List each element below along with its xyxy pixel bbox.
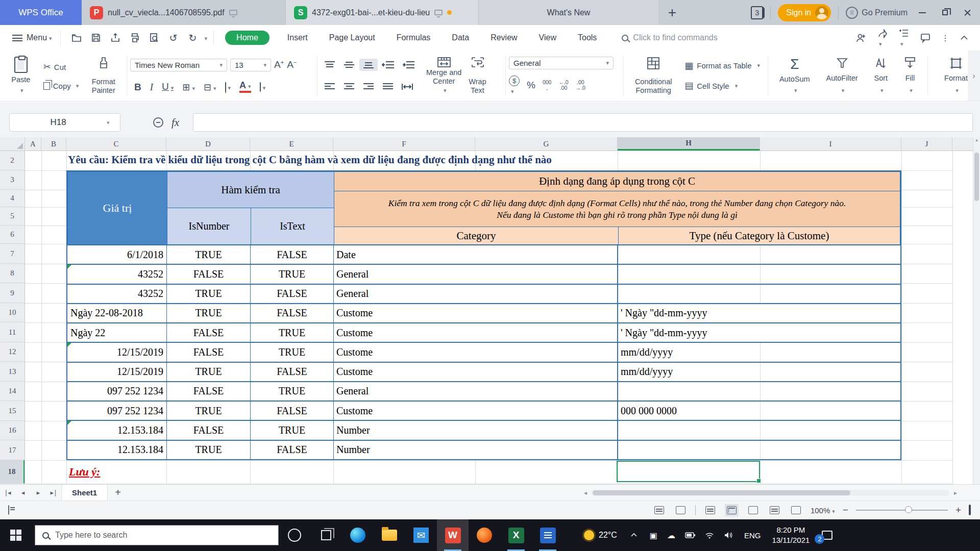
cell-value[interactable]: 12/15/2019 (67, 363, 167, 381)
sheet-tab-sheet1[interactable]: Sheet1 (61, 485, 108, 500)
align-center-icon[interactable] (340, 81, 358, 93)
quick-access-more-icon[interactable] (203, 33, 208, 42)
status-left-icon[interactable] (8, 506, 9, 515)
name-box[interactable]: H18 ▾ (9, 113, 120, 132)
cell-category[interactable]: Custome (334, 402, 618, 420)
find-commands-input[interactable] (633, 33, 748, 42)
cell-isnumber[interactable]: FALSE (167, 323, 251, 342)
reading-view-icon[interactable] (789, 504, 803, 516)
next-sheet-icon[interactable]: ▸ (31, 485, 46, 500)
cell-type[interactable]: mm/dd/yyyy (618, 343, 900, 361)
column-header-C[interactable]: C (66, 137, 166, 151)
tab-spreadsheet-document[interactable]: S 4372-exg01-bai-...et-kieu-du-lieu (286, 0, 479, 25)
align-left-icon[interactable] (321, 81, 339, 93)
cell-type[interactable]: 000 000 0000 (618, 402, 900, 420)
column-header-F[interactable]: F (333, 137, 475, 151)
cell-category[interactable]: Custome (334, 304, 618, 322)
close-button[interactable] (960, 5, 975, 20)
action-center-button[interactable]: 2 (813, 519, 841, 551)
decrease-font-icon[interactable]: A− (287, 59, 297, 70)
cell-type[interactable] (618, 441, 900, 459)
fill-color-icon[interactable] (225, 83, 231, 92)
cell-value[interactable]: 097 252 1234 (67, 402, 167, 420)
excel-app-button[interactable]: X (500, 519, 532, 551)
align-bottom-icon[interactable] (359, 59, 378, 71)
cell-value[interactable]: Ngày 22 (67, 323, 167, 342)
custom-view-icon[interactable] (768, 504, 781, 516)
collapse-formula-icon[interactable] (153, 117, 163, 128)
autosum-button[interactable]: Σ AutoSum (776, 54, 814, 98)
language-indicator[interactable]: ENG (744, 531, 761, 540)
tab-whats-new[interactable]: What's New (479, 0, 658, 25)
cell-category[interactable]: General (334, 382, 618, 400)
autofilter-button[interactable]: AutoFilter (823, 54, 862, 98)
cell-value[interactable]: Ngày 22-08-2018 (67, 304, 167, 322)
header-type[interactable]: Type (nếu Category là Custome) (618, 227, 900, 245)
cell-isnumber[interactable]: FALSE (167, 265, 251, 283)
underline-button[interactable]: U (162, 82, 174, 93)
increase-font-icon[interactable]: A+ (274, 59, 284, 70)
tab-review[interactable]: Review (491, 33, 517, 42)
font-name-select[interactable]: Times New Roman (130, 59, 227, 71)
conditional-formatting-button[interactable]: ConditionalFormatting (631, 54, 676, 98)
cell-value[interactable]: 12.153.184 (67, 441, 167, 459)
comment-icon[interactable] (920, 32, 931, 43)
row-header-16[interactable]: 16 (0, 421, 24, 440)
column-header-A[interactable]: A (25, 137, 41, 151)
cell-category[interactable]: General (334, 265, 618, 283)
row-header-9[interactable]: 9 (0, 283, 24, 303)
fill-button[interactable]: Fill (900, 54, 920, 98)
vertical-scrollbar[interactable]: ▴ (973, 137, 980, 484)
bold-button[interactable]: B (134, 82, 141, 92)
task-view-button[interactable] (310, 519, 342, 551)
cell-category[interactable]: Number (334, 421, 618, 439)
zoom-in-button[interactable]: + (955, 505, 961, 516)
format-button[interactable]: Format (941, 54, 971, 98)
header-isnumber[interactable]: IsNumber (167, 208, 251, 245)
cell-type[interactable] (618, 245, 900, 264)
row-header-12[interactable]: 12 (0, 342, 24, 362)
cell-value[interactable]: 12/15/2019 (67, 343, 167, 361)
header-format-title[interactable]: Định dạng đang áp dụng trong cột C (334, 171, 900, 191)
go-premium-button[interactable]: ♕ Go Premium (846, 7, 908, 19)
copy-button[interactable]: Copy (43, 82, 79, 90)
name-box-caret-icon[interactable]: ▾ (107, 119, 120, 126)
onedrive-cloud-icon[interactable]: ☁ (667, 531, 675, 540)
cell-isnumber[interactable]: TRUE (167, 402, 251, 420)
first-sheet-icon[interactable]: ∣◂ (0, 485, 15, 500)
cell-istext[interactable]: TRUE (251, 323, 334, 342)
tab-pdf-document[interactable]: P null_cv_viecla...1406708595.pdf (82, 0, 286, 25)
cell-type[interactable]: ' Ngày "dd-mm-yyyy (618, 304, 900, 322)
fullscreen-icon[interactable] (969, 506, 971, 515)
cell-style-button[interactable]: ▤ Cell Style (684, 81, 760, 91)
taskbar-clock[interactable]: 8:20 PM 13/11/2021 (772, 525, 810, 545)
weather-widget[interactable]: 22°C (584, 530, 617, 540)
comma-format-icon[interactable]: 000 , (543, 80, 552, 91)
row-header-14[interactable]: 14 (0, 382, 24, 401)
zoom-out-button[interactable]: − (843, 505, 848, 516)
sheet-title-cell[interactable]: Yêu cầu: Kiểm tra về kiểu dữ liệu trong … (68, 154, 552, 166)
cell-category[interactable]: General (334, 285, 618, 303)
cortana-button[interactable] (279, 519, 310, 551)
scroll-left-icon[interactable]: ◂ (581, 488, 590, 497)
add-sheet-button[interactable]: + (108, 485, 128, 500)
zoom-slider-handle[interactable] (905, 506, 912, 513)
increase-indent-icon[interactable] (399, 59, 419, 71)
cell-isnumber[interactable]: FALSE (167, 421, 251, 439)
percent-format-icon[interactable]: % (527, 80, 535, 91)
align-middle-icon[interactable] (340, 59, 358, 71)
window-list-button[interactable]: 3 (751, 6, 763, 19)
print-icon[interactable] (125, 32, 144, 43)
wps-office-home-tab[interactable]: WPS Office (0, 0, 82, 25)
align-right-icon[interactable] (359, 81, 378, 93)
blue-app-button[interactable] (532, 519, 564, 551)
normal-view-icon[interactable] (725, 504, 739, 516)
decrease-decimal-icon[interactable]: ←.0 .00 (558, 80, 568, 91)
battery-icon[interactable] (685, 532, 695, 538)
print-preview-mode-icon[interactable] (652, 504, 666, 516)
cell-category[interactable]: Custome (334, 343, 618, 361)
format-as-table-button[interactable]: ▦ Format as Table (684, 61, 760, 71)
row-header-3[interactable]: 3 (0, 170, 24, 190)
tab-insert[interactable]: Insert (287, 33, 308, 42)
column-header-H[interactable]: H (618, 137, 760, 151)
